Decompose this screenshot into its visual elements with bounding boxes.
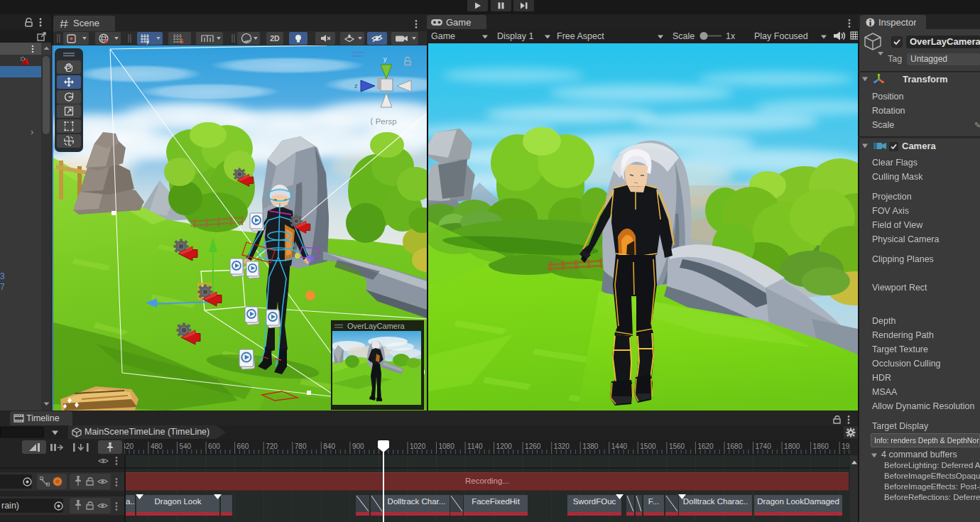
svg-text:480: 480 (151, 442, 163, 450)
svg-text:1860: 1860 (813, 442, 829, 450)
svg-text:780: 780 (295, 442, 307, 450)
svg-text:z: z (354, 82, 358, 89)
svg-text:1140: 1140 (467, 442, 483, 450)
svg-text:1080: 1080 (439, 442, 455, 450)
svg-text:1440: 1440 (611, 442, 628, 450)
svg-text:840: 840 (323, 442, 335, 450)
svg-text:540: 540 (180, 442, 192, 450)
svg-text:⟨ Persp: ⟨ Persp (370, 117, 397, 126)
svg-text:1260: 1260 (525, 442, 541, 450)
svg-text:1800: 1800 (784, 442, 800, 450)
svg-text:1200: 1200 (496, 442, 513, 450)
svg-text:720: 720 (266, 442, 278, 450)
svg-text:1740: 1740 (756, 442, 772, 450)
svg-text:1320: 1320 (554, 442, 570, 450)
svg-text:1380: 1380 (582, 442, 599, 450)
svg-text:y: y (383, 55, 387, 62)
svg-text:1680: 1680 (726, 442, 743, 450)
svg-text:900: 900 (352, 442, 364, 450)
svg-text:1620: 1620 (697, 442, 714, 450)
svg-text:5: 5 (180, 38, 183, 45)
svg-text:y: y (146, 38, 149, 45)
svg-text:600: 600 (208, 442, 220, 450)
svg-text:1020: 1020 (410, 442, 426, 450)
svg-text:660: 660 (237, 442, 249, 450)
svg-text:420: 420 (124, 442, 134, 450)
svg-text:1920: 1920 (842, 442, 850, 450)
svg-text:1500: 1500 (640, 442, 656, 450)
svg-text:1560: 1560 (669, 442, 685, 450)
